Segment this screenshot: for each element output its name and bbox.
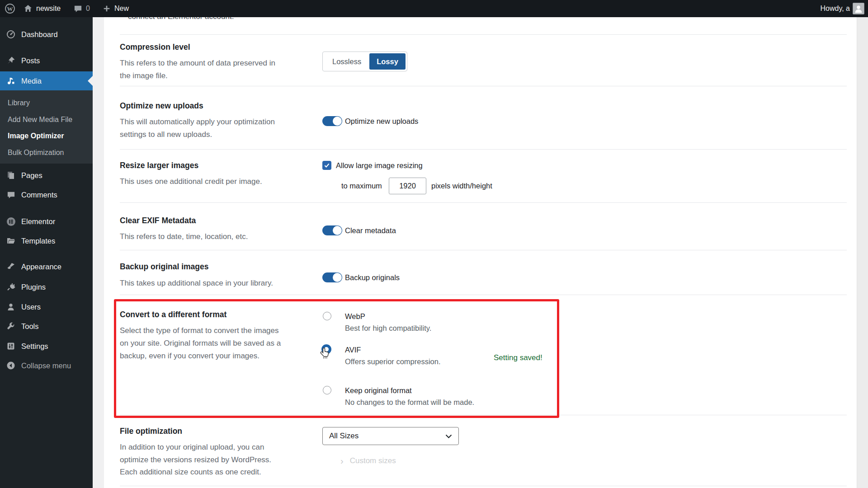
description-line: This takes up additional space in your l… bbox=[120, 277, 273, 290]
site-link[interactable]: newsite bbox=[24, 0, 61, 17]
description-line: on your site. Original formats will be s… bbox=[120, 337, 281, 350]
sizes-select[interactable]: All Sizes bbox=[322, 427, 459, 445]
media-submenu: Library Add New Media File Image Optimiz… bbox=[0, 90, 93, 164]
sidebar-item-label: Posts bbox=[21, 56, 40, 65]
current-item-arrow bbox=[88, 76, 93, 86]
optimize-uploads-description: This will automatically apply your optim… bbox=[120, 116, 275, 141]
optimize-uploads-toggle-label: Optimize new uploads bbox=[345, 117, 418, 126]
backup-originals-toggle[interactable] bbox=[322, 272, 342, 282]
sidebar-item-add-new-media-file[interactable]: Add New Media File bbox=[0, 113, 93, 127]
admin-sidebar: Dashboard Posts Media Library Add New Me… bbox=[0, 17, 93, 488]
exif-description: This refers to date, time, location, etc… bbox=[120, 230, 248, 243]
sidebar-item-label: Tools bbox=[21, 322, 39, 331]
home-icon bbox=[24, 4, 33, 13]
webp-radio[interactable] bbox=[323, 312, 331, 320]
comments-shortcut[interactable]: 0 bbox=[74, 0, 90, 17]
custom-sizes-label: Custom sizes bbox=[350, 456, 396, 465]
backup-title: Backup original images bbox=[120, 262, 208, 272]
sidebar-item-media[interactable]: Media bbox=[0, 71, 93, 90]
keep-original-radio[interactable] bbox=[323, 386, 331, 394]
sidebar-item-label: Users bbox=[21, 303, 41, 311]
setting-saved-status: Setting saved! bbox=[494, 353, 542, 362]
keep-original-description: No changes to the format will be made. bbox=[345, 398, 474, 407]
file-optimization-title: File optimization bbox=[120, 427, 182, 436]
webp-description: Best for high compatibility. bbox=[345, 324, 431, 333]
sidebar-item-label: Pages bbox=[21, 171, 42, 180]
sidebar-item-tools[interactable]: Tools bbox=[0, 318, 93, 334]
description-line: In addition to your original upload, you… bbox=[120, 441, 271, 454]
toggle-knob bbox=[333, 273, 342, 282]
user-icon bbox=[6, 302, 16, 312]
max-size-suffix: pixels width/height bbox=[431, 182, 492, 190]
sidebar-item-users[interactable]: Users bbox=[0, 299, 93, 315]
image-optimizer-settings-panel: connect an Elementor account. Compressio… bbox=[104, 17, 857, 488]
max-size-input[interactable] bbox=[389, 178, 426, 194]
howdy-menu[interactable]: Howdy, a bbox=[820, 0, 850, 17]
sidebar-item-label: Appearance bbox=[21, 263, 61, 271]
folder-icon bbox=[6, 236, 16, 246]
divider bbox=[120, 34, 847, 35]
submenu-label: Add New Media File bbox=[8, 116, 72, 124]
backup-description: This takes up additional space in your l… bbox=[120, 277, 273, 290]
sliders-icon bbox=[6, 341, 16, 351]
clear-metadata-toggle[interactable] bbox=[322, 225, 342, 235]
sidebar-item-image-optimizer[interactable]: Image Optimizer bbox=[0, 129, 93, 143]
sidebar-item-elementor[interactable]: Elementor bbox=[0, 213, 93, 230]
submenu-label: Bulk Optimization bbox=[8, 149, 64, 157]
sidebar-item-label: Templates bbox=[21, 237, 55, 245]
wordpress-logo-menu[interactable]: W bbox=[5, 0, 15, 17]
sizes-select-value: All Sizes bbox=[329, 432, 359, 441]
scrollbar-track[interactable] bbox=[857, 17, 868, 488]
sidebar-item-appearance[interactable]: Appearance bbox=[0, 258, 93, 275]
collapse-menu-label: Collapse menu bbox=[21, 361, 71, 370]
compression-level-title: Compression level bbox=[120, 42, 190, 52]
file-optimization-description: In addition to your original upload, you… bbox=[120, 441, 271, 479]
avatar bbox=[853, 3, 864, 14]
submenu-label: Image Optimizer bbox=[8, 132, 64, 140]
collapse-arrow-icon bbox=[6, 361, 16, 371]
sidebar-item-templates[interactable]: Templates bbox=[0, 233, 93, 249]
collapse-menu-button[interactable]: Collapse menu bbox=[0, 357, 93, 374]
convert-title: Convert to a different format bbox=[120, 310, 226, 319]
description-line: optimize the versions resized by WordPre… bbox=[120, 454, 271, 466]
divider bbox=[120, 486, 847, 486]
backup-originals-label: Backup originals bbox=[345, 273, 400, 282]
howdy-text: Howdy, a bbox=[820, 5, 850, 13]
sidebar-item-label: Comments bbox=[21, 191, 57, 199]
sidebar-item-library[interactable]: Library bbox=[0, 96, 93, 110]
svg-text:W: W bbox=[7, 5, 13, 12]
divider bbox=[120, 250, 847, 250]
sidebar-item-comments[interactable]: Comments bbox=[0, 187, 93, 203]
description-line: This refers to date, time, location, etc… bbox=[120, 230, 248, 243]
sidebar-item-pages[interactable]: Pages bbox=[0, 167, 93, 183]
description-line: This uses one additional credit per imag… bbox=[120, 175, 262, 188]
optimize-uploads-title: Optimize new uploads bbox=[120, 101, 203, 111]
new-content-menu[interactable]: New bbox=[103, 0, 129, 17]
allow-resizing-checkbox[interactable] bbox=[322, 161, 331, 170]
description-line: settings to all new uploads. bbox=[120, 128, 275, 141]
new-label: New bbox=[114, 5, 129, 13]
optimize-uploads-toggle[interactable] bbox=[322, 116, 342, 126]
avif-label: AVIF bbox=[345, 346, 361, 354]
checkmark-icon bbox=[324, 162, 330, 169]
admin-bar: W newsite 0 New Howdy, a bbox=[0, 0, 868, 17]
sidebar-item-settings[interactable]: Settings bbox=[0, 338, 93, 354]
comment-count: 0 bbox=[86, 5, 90, 13]
sidebar-item-label: Plugins bbox=[21, 283, 46, 291]
submenu-label: Library bbox=[8, 99, 30, 107]
user-avatar[interactable] bbox=[853, 0, 864, 17]
comment-bubble-icon bbox=[6, 190, 16, 200]
lossy-option[interactable]: Lossy bbox=[369, 53, 406, 70]
keep-original-label: Keep original format bbox=[345, 386, 412, 395]
sidebar-item-posts[interactable]: Posts bbox=[0, 52, 93, 69]
description-line: Each additional size counts as one credi… bbox=[120, 466, 271, 479]
lossless-option[interactable]: Lossless bbox=[324, 53, 369, 70]
custom-sizes-disclosure[interactable]: › Custom sizes bbox=[340, 456, 396, 465]
wordpress-logo-icon: W bbox=[5, 3, 15, 14]
divider bbox=[120, 149, 847, 150]
wrench-icon bbox=[6, 321, 16, 331]
sidebar-item-dashboard[interactable]: Dashboard bbox=[0, 26, 93, 42]
sidebar-item-bulk-optimization[interactable]: Bulk Optimization bbox=[0, 145, 93, 160]
sidebar-item-plugins[interactable]: Plugins bbox=[0, 279, 93, 295]
sidebar-item-label: Media bbox=[21, 77, 42, 85]
